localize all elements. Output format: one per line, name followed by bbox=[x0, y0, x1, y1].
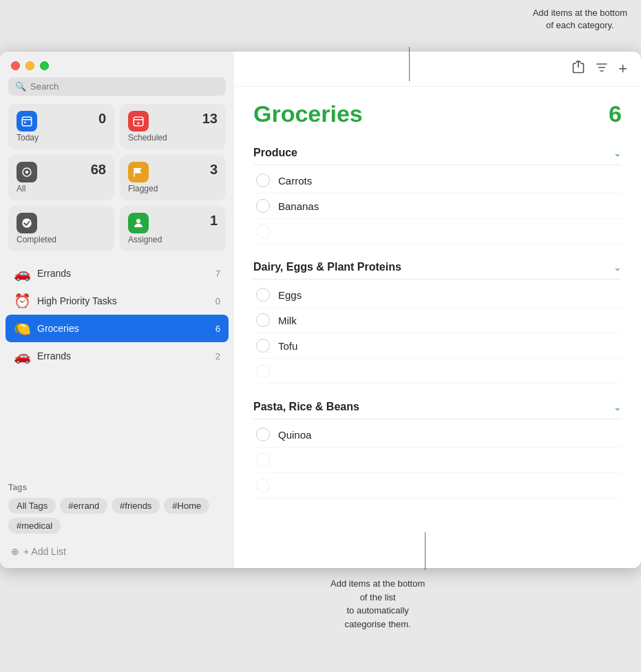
assigned-label: Assigned bbox=[128, 235, 218, 244]
category-dairy-name: Dairy, Eggs & Plant Proteins bbox=[253, 261, 401, 273]
list-item-errands1-name: Errands bbox=[37, 268, 209, 279]
app-window: 🔍 0 Today bbox=[0, 52, 641, 568]
task-carrots: Carrots bbox=[253, 168, 622, 193]
svg-rect-1 bbox=[24, 122, 25, 123]
task-pasta-new1-circle bbox=[256, 453, 270, 467]
task-carrots-checkbox[interactable] bbox=[256, 174, 270, 187]
list-item-high-priority-name: High Priority Tasks bbox=[37, 295, 209, 306]
task-dairy-new[interactable] bbox=[253, 359, 622, 384]
category-pasta-header[interactable]: Pasta, Rice & Beans ⌄ bbox=[253, 395, 622, 419]
smart-list-assigned[interactable]: 1 Assigned bbox=[120, 206, 226, 251]
tag-medical[interactable]: #medical bbox=[8, 518, 61, 534]
filter-button[interactable] bbox=[595, 61, 609, 78]
task-pasta-new2[interactable] bbox=[253, 473, 622, 498]
category-produce-name: Produce bbox=[253, 147, 297, 159]
minimize-button[interactable] bbox=[25, 61, 34, 70]
list-item-high-priority[interactable]: ⏰ High Priority Tasks 0 bbox=[6, 287, 229, 315]
smart-list-today[interactable]: 0 Today bbox=[8, 104, 114, 149]
add-task-button[interactable]: + bbox=[618, 60, 627, 78]
list-item-high-priority-count: 0 bbox=[216, 296, 220, 306]
tag-all-tags[interactable]: All Tags bbox=[8, 498, 56, 514]
sidebar: 🔍 0 Today bbox=[0, 52, 234, 568]
task-milk-checkbox[interactable] bbox=[256, 313, 270, 327]
list-item-errands2-name: Errands bbox=[37, 350, 209, 361]
scheduled-count: 13 bbox=[202, 111, 218, 127]
task-bananas-checkbox[interactable] bbox=[256, 199, 270, 213]
add-list-button[interactable]: ⊕ + Add List bbox=[0, 539, 234, 568]
task-tofu: Tofu bbox=[253, 333, 622, 359]
smart-list-all[interactable]: 68 All bbox=[8, 155, 114, 200]
list-item-errands2-count: 2 bbox=[216, 351, 220, 361]
category-pasta-chevron: ⌄ bbox=[613, 401, 622, 412]
task-pasta-new2-circle bbox=[256, 479, 270, 492]
task-dairy-new-circle bbox=[256, 364, 270, 378]
all-count: 68 bbox=[91, 162, 106, 178]
today-icon bbox=[17, 111, 37, 132]
completed-icon bbox=[17, 213, 37, 233]
task-quinoa-name: Quinoa bbox=[278, 429, 311, 441]
category-produce: Produce ⌄ Carrots Bananas bbox=[253, 141, 622, 244]
smart-list-completed[interactable]: Completed bbox=[8, 206, 114, 251]
smart-lists-grid: 0 Today 13 Scheduled bbox=[0, 104, 234, 260]
task-tofu-checkbox[interactable] bbox=[256, 339, 270, 353]
tag-home[interactable]: #Home bbox=[164, 498, 209, 514]
category-dairy-header[interactable]: Dairy, Eggs & Plant Proteins ⌄ bbox=[253, 255, 622, 280]
scheduled-icon bbox=[128, 111, 149, 132]
search-bar: 🔍 bbox=[8, 77, 226, 96]
tags-label: Tags bbox=[8, 483, 226, 492]
category-produce-chevron: ⌄ bbox=[613, 147, 622, 158]
tag-errand[interactable]: #errand bbox=[60, 498, 107, 514]
category-produce-header[interactable]: Produce ⌄ bbox=[253, 141, 622, 165]
main-body: Groceries 6 Produce ⌄ Carrots Bananas bbox=[234, 87, 641, 568]
share-button[interactable] bbox=[571, 61, 585, 78]
titlebar bbox=[0, 52, 234, 77]
tag-friends[interactable]: #friends bbox=[112, 498, 160, 514]
annotation-bottom: Add items at the bottomof the listto aut… bbox=[330, 577, 425, 631]
list-item-groceries[interactable]: 🍋 Groceries 6 bbox=[6, 315, 229, 342]
annotation-line-bottom bbox=[425, 532, 425, 570]
flagged-label: Flagged bbox=[128, 184, 218, 193]
task-quinoa-checkbox[interactable] bbox=[256, 428, 270, 441]
list-title: Groceries bbox=[253, 101, 363, 127]
task-produce-new[interactable] bbox=[253, 219, 622, 244]
task-eggs: Eggs bbox=[253, 282, 622, 308]
list-item-errands2[interactable]: 🚗 Errands 2 bbox=[6, 342, 229, 370]
task-eggs-checkbox[interactable] bbox=[256, 288, 270, 302]
category-pasta-name: Pasta, Rice & Beans bbox=[253, 401, 359, 413]
main-content: + Groceries 6 Produce ⌄ Carrots bbox=[234, 52, 641, 568]
task-pasta-new1[interactable] bbox=[253, 448, 622, 473]
task-eggs-name: Eggs bbox=[278, 289, 302, 301]
search-input[interactable] bbox=[30, 81, 219, 92]
assigned-count: 1 bbox=[210, 213, 218, 229]
annotation-top: Add items at the bottomof each category. bbox=[533, 7, 627, 32]
add-list-icon: ⊕ bbox=[11, 546, 19, 557]
search-icon: 🔍 bbox=[15, 81, 26, 92]
close-button[interactable] bbox=[11, 61, 20, 70]
svg-point-3 bbox=[138, 123, 140, 125]
svg-point-7 bbox=[22, 218, 32, 228]
fullscreen-button[interactable] bbox=[40, 61, 49, 70]
flagged-icon bbox=[128, 162, 149, 182]
all-label: All bbox=[17, 184, 106, 193]
today-label: Today bbox=[17, 133, 106, 143]
category-dairy: Dairy, Eggs & Plant Proteins ⌄ Eggs Milk… bbox=[253, 255, 622, 384]
task-milk: Milk bbox=[253, 308, 622, 333]
flagged-count: 3 bbox=[210, 162, 218, 178]
annotation-line-top bbox=[409, 47, 410, 81]
high-priority-icon: ⏰ bbox=[14, 293, 30, 309]
smart-list-flagged[interactable]: 3 Flagged bbox=[120, 155, 226, 200]
list-item-errands1[interactable]: 🚗 Errands 7 bbox=[6, 260, 229, 287]
task-bananas-name: Bananas bbox=[278, 200, 319, 212]
list-item-groceries-name: Groceries bbox=[37, 323, 209, 334]
list-total: 6 bbox=[609, 101, 622, 127]
task-milk-name: Milk bbox=[278, 315, 297, 326]
category-dairy-chevron: ⌄ bbox=[613, 262, 622, 273]
assigned-icon bbox=[128, 213, 149, 233]
add-list-label: + Add List bbox=[23, 546, 66, 557]
svg-point-5 bbox=[25, 171, 29, 174]
list-item-groceries-count: 6 bbox=[216, 324, 220, 334]
main-toolbar: + bbox=[234, 52, 641, 87]
tags-section: Tags All Tags #errand #friends #Home #me… bbox=[0, 474, 234, 539]
smart-list-scheduled[interactable]: 13 Scheduled bbox=[120, 104, 226, 149]
task-produce-new-circle bbox=[256, 224, 270, 238]
